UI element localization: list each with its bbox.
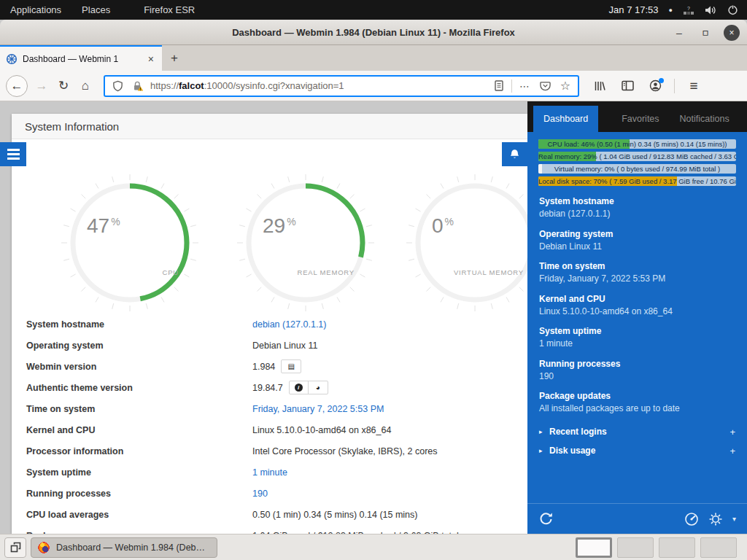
system-info-table: System hostnamedebian (127.0.1.1)Operati…	[12, 314, 527, 534]
section-expand-button[interactable]: +	[729, 427, 735, 438]
tracking-protection-shield-icon[interactable]	[109, 78, 125, 94]
stat-bar[interactable]: Real memory: 29% ( 1.04 GiB used / 912.8…	[538, 152, 736, 161]
table-row: Kernel and CPULinux 5.10.0-10-amd64 on x…	[12, 419, 527, 440]
urlbar-separator	[511, 79, 512, 93]
theme-info-button[interactable]: i	[290, 381, 309, 394]
maximize-button[interactable]: ◻	[697, 25, 713, 41]
bookmark-star-icon[interactable]: ☆	[557, 78, 573, 94]
sidebars-icon[interactable]	[617, 76, 638, 96]
applications-menu[interactable]: Applications	[0, 0, 71, 20]
tab-favorites[interactable]: Favorites	[611, 106, 669, 132]
back-button[interactable]: ←	[6, 75, 28, 97]
webmin-release-notes-button[interactable]: ▤	[282, 360, 301, 373]
settings-caret-icon[interactable]: ▾	[732, 515, 736, 523]
row-value: 1.984▤	[252, 359, 301, 373]
section-caret-icon: ▸	[539, 428, 549, 435]
power-icon[interactable]	[727, 4, 738, 15]
workspace-switcher	[576, 537, 743, 558]
gauge-value: 29%	[263, 214, 296, 238]
row-value-link[interactable]: Friday, January 7, 2022 5:53 PM	[252, 404, 384, 414]
url-text[interactable]: https://falcot:10000/sysinfo.cgi?xnaviga…	[150, 80, 487, 91]
navigation-toolbar: ← → ↻ ⌂ https://falcot:10000/sysinfo.cgi…	[0, 71, 747, 101]
section-disk-usage[interactable]: ▸Disk usage+	[527, 441, 747, 460]
reload-button[interactable]: ↻	[53, 75, 74, 97]
table-row: Webmin version1.984▤	[12, 356, 527, 377]
workspace-2[interactable]	[617, 537, 654, 558]
clock[interactable]: Jan 7 17:53	[609, 4, 659, 15]
row-value: Debian Linux 11	[252, 341, 317, 351]
gauge-unit: %	[287, 216, 295, 228]
entry-title: System hostname	[539, 195, 735, 208]
network-icon[interactable]: ?	[683, 5, 694, 15]
row-value-link[interactable]: 190	[252, 489, 268, 499]
page-actions-icon[interactable]: ⋯	[516, 78, 533, 94]
library-icon[interactable]	[589, 76, 610, 96]
gauge-value: 47%	[87, 214, 120, 238]
stat-bar[interactable]: Virtual memory: 0% ( 0 bytes used / 974.…	[538, 164, 736, 174]
minimize-button[interactable]: –	[671, 25, 687, 41]
sidebar-entry: Operating systemDebian Linux 11	[527, 228, 747, 253]
firefox-titlebar[interactable]: Dashboard — Webmin 1.984 (Debian Linux 1…	[0, 20, 747, 45]
volume-icon[interactable]	[705, 5, 717, 15]
theme-info-icon: i	[295, 384, 303, 392]
theme-palette-icon: ◕	[316, 384, 320, 392]
settings-gear-icon[interactable]	[708, 512, 723, 526]
table-row: Processor informationIntel Core Processo…	[12, 440, 527, 462]
stat-bar-text: Real memory: 29% ( 1.04 GiB used / 912.8…	[538, 152, 736, 160]
forward-button[interactable]: →	[31, 75, 53, 97]
taskbar-window-button[interactable]: Dashboard — Webmin 1.984 (Deb…	[31, 537, 217, 558]
url-bar[interactable]: https://falcot:10000/sysinfo.cgi?xnaviga…	[104, 75, 579, 97]
workspace-3[interactable]	[659, 537, 695, 558]
new-tab-button[interactable]: +	[162, 45, 187, 71]
row-label: Operating system	[12, 341, 252, 351]
close-button[interactable]: ×	[724, 25, 740, 41]
home-button[interactable]: ⌂	[74, 75, 96, 97]
table-row: Real memory1.04 GiB used / 912.83 MiB ca…	[12, 525, 527, 534]
app-menu-icon[interactable]: ≡	[684, 76, 704, 96]
stat-bar[interactable]: CPU load: 46% (0.50 (1 min) 0.34 (5 mins…	[538, 139, 736, 149]
insecure-lock-warning-icon[interactable]	[130, 78, 146, 94]
refresh-icon[interactable]	[538, 511, 554, 526]
workspace-4[interactable]	[700, 537, 737, 558]
places-menu[interactable]: Places	[71, 0, 120, 20]
workspace-1[interactable]	[576, 537, 612, 558]
section-label: Disk usage	[549, 446, 729, 456]
tab-close-icon[interactable]: ×	[146, 53, 156, 65]
table-row: Running processes190	[12, 483, 527, 504]
gauge-value: 0%	[432, 214, 454, 238]
sidebar-entry: System hostnamedebian (127.0.1.1)	[527, 195, 747, 220]
stat-bar-text: CPU load: 46% (0.50 (1 min) 0.34 (5 mins…	[547, 140, 727, 148]
show-desktop-button[interactable]	[4, 537, 26, 558]
table-row: CPU load averages0.50 (1 min) 0.34 (5 mi…	[12, 504, 527, 525]
stat-bar[interactable]: Local disk space: 70% ( 7.59 GiB used / …	[538, 176, 736, 186]
sidebar-tabs: Dashboard Favorites Notifications	[527, 101, 747, 132]
entry-value: All installed packages are up to date	[539, 402, 735, 415]
status-indicator-dot: ●	[669, 7, 673, 14]
row-label: Authentic theme version	[12, 383, 252, 393]
pocket-icon[interactable]	[537, 78, 553, 94]
entry-value: Linux 5.10.0-10-amd64 on x86_64	[539, 306, 735, 318]
gnome-top-bar: Applications Places Firefox ESR Jan 7 17…	[0, 0, 747, 20]
stat-bar-fill	[538, 164, 542, 174]
sidebar-toggle-button[interactable]	[0, 142, 26, 166]
sidebar-entry: Time on systemFriday, January 7, 2022 5:…	[527, 260, 747, 285]
taskbar-window-label: Dashboard — Webmin 1.984 (Deb…	[56, 542, 205, 553]
section-expand-button[interactable]: +	[729, 446, 735, 456]
row-label: Time on system	[12, 404, 252, 414]
gauge-unit: %	[111, 216, 120, 228]
tab-dashboard[interactable]: Dashboard — Webmin 1 ×	[0, 45, 162, 71]
gauge-ring	[61, 174, 199, 312]
tab-notifications[interactable]: Notifications	[670, 106, 740, 132]
reader-mode-icon[interactable]	[491, 78, 507, 94]
system-monitor-icon[interactable]	[684, 512, 699, 526]
row-value-link[interactable]: debian (127.0.1.1)	[252, 319, 326, 330]
firefox-esr-menu[interactable]: Firefox ESR	[133, 0, 205, 20]
row-value-link[interactable]: 1 minute	[252, 467, 287, 478]
notifications-bell-button[interactable]	[502, 142, 527, 166]
account-icon[interactable]	[645, 76, 665, 96]
theme-palette-button[interactable]: ◕	[309, 381, 328, 394]
tab-dashboard-sidebar[interactable]: Dashboard	[533, 106, 598, 132]
gauge-label: VIRTUAL MEMORY	[454, 268, 524, 276]
section-recent-logins[interactable]: ▸Recent logins+	[527, 422, 747, 441]
row-label: System uptime	[12, 467, 252, 478]
